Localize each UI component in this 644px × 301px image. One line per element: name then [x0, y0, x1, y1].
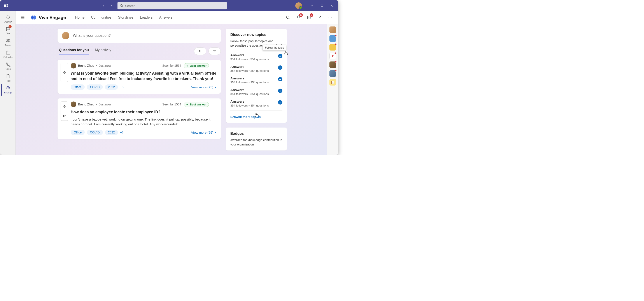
search-icon [120, 4, 123, 8]
tab-my-activity[interactable]: My activity [95, 48, 111, 54]
chat-badge: 1 [8, 25, 12, 28]
follow-topic-button[interactable]: + [278, 88, 282, 93]
topic-name[interactable]: Answers [230, 53, 269, 57]
header-more-button[interactable]: ⋯ [327, 14, 334, 21]
composer[interactable]: What is your question? [58, 29, 221, 43]
best-answer-badge: Best answer [184, 102, 209, 107]
seen-count: Seen by 1564 [162, 64, 181, 68]
rail-chat[interactable]: Chat 1 [1, 25, 15, 36]
rail-teams[interactable]: Teams [1, 36, 15, 48]
topic-meta: 354 followers • 354 questions [230, 58, 269, 61]
svg-point-3 [120, 4, 122, 6]
title-bar: ⋯ [0, 0, 338, 11]
contact-avatar[interactable] [330, 70, 336, 77]
topic-row: Answers354 followers • 354 questions+ [230, 86, 282, 98]
question-card: Bruno Zhao • Just now Seen by 1564 Best … [58, 60, 221, 94]
tag[interactable]: Office [71, 130, 85, 135]
teams-icon [5, 38, 11, 44]
rail-calendar[interactable]: Calendar [1, 48, 15, 60]
tag-more[interactable]: +3 [120, 85, 124, 89]
sort-button[interactable] [194, 48, 206, 55]
nav-leaders[interactable]: Leaders [140, 16, 153, 20]
timestamp: Just now [99, 64, 111, 68]
follow-topic-button[interactable]: + [278, 54, 282, 58]
topic-name[interactable]: Answers [230, 88, 269, 92]
rail-engage[interactable]: Engage [1, 84, 15, 96]
search-input[interactable] [118, 2, 227, 10]
topic-meta: 354 followers • 354 questions [230, 69, 269, 72]
upvote-button[interactable] [60, 63, 68, 82]
svg-point-6 [8, 40, 10, 41]
contact-app[interactable] [330, 35, 336, 42]
author-name[interactable]: Bruno Zhao [78, 64, 94, 68]
svg-point-5 [7, 40, 8, 41]
badges-panel: Badges Awarded for knowledge contributio… [226, 128, 287, 150]
contact-avatar[interactable] [330, 62, 336, 68]
rail-label: Calendar [4, 56, 13, 58]
nav-back-button[interactable] [101, 3, 106, 8]
maximize-button[interactable] [318, 2, 326, 9]
profile-avatar[interactable] [295, 2, 302, 9]
header-search-button[interactable] [285, 14, 292, 21]
contact-app[interactable] [330, 44, 336, 50]
author-avatar [71, 102, 76, 107]
topic-name[interactable]: Answers [230, 65, 269, 69]
inbox-badge: 5 [310, 13, 313, 17]
topic-row: Answers354 followers • 354 questions+ [230, 74, 282, 86]
card-menu-icon[interactable]: ⋮ [212, 102, 217, 107]
header-notifications-button[interactable]: 12 [295, 14, 302, 21]
contact-avatar[interactable] [330, 26, 336, 33]
topic-name[interactable]: Answers [230, 76, 269, 80]
card-menu-icon[interactable]: ⋮ [212, 63, 217, 68]
rail-label: Files [6, 80, 10, 82]
svg-rect-4 [321, 5, 323, 6]
nav-storylines[interactable]: Storylines [118, 16, 134, 20]
rail-calls[interactable]: Calls [1, 60, 15, 72]
view-more-link[interactable]: View more (25) [191, 130, 217, 134]
header-inbox-button[interactable]: 5 [306, 14, 312, 21]
contact-app[interactable]: 📋 [330, 79, 336, 86]
browse-topics-link[interactable]: Browse more topics [230, 115, 261, 118]
discover-topics-panel: Follow the topic Discover new topics Fol… [226, 29, 287, 123]
header-analytics-button[interactable] [316, 14, 323, 21]
tag[interactable]: 2022 [105, 84, 118, 90]
follow-topic-button[interactable]: + [278, 77, 282, 82]
phone-icon [5, 62, 11, 67]
rail-activity[interactable]: Activity [1, 13, 15, 25]
tab-questions-for-you[interactable]: Questions for you [59, 48, 89, 54]
close-button[interactable] [328, 2, 336, 9]
upvote-button[interactable] [60, 102, 68, 111]
rail-label: Activity [4, 20, 12, 23]
rail-more[interactable]: ⋯ [1, 96, 15, 105]
follow-topic-button[interactable]: + [278, 100, 282, 104]
nav-home[interactable]: Home [75, 16, 85, 20]
author-name[interactable]: Bruno Zhao [78, 102, 94, 106]
tag[interactable]: 2022 [105, 130, 118, 135]
follow-topic-button[interactable]: + [278, 66, 282, 70]
topic-meta: 354 followers • 354 questions [230, 104, 269, 107]
tag-more[interactable]: +3 [120, 130, 124, 134]
topic-name[interactable]: Answers [230, 100, 269, 104]
hamburger-icon[interactable] [20, 15, 25, 20]
engage-icon [5, 85, 11, 91]
more-icon[interactable]: ⋯ [288, 3, 292, 8]
rail-label: Chat [6, 32, 10, 35]
tag[interactable]: Office [71, 84, 85, 90]
app-header: Viva Engage Home Communities Storylines … [16, 11, 338, 24]
filter-button[interactable] [208, 48, 221, 55]
rail-label: Calls [6, 68, 10, 70]
tag[interactable]: COVID [87, 130, 102, 135]
view-more-link[interactable]: View more (25) [191, 85, 217, 89]
question-description: I don't have a badge yet; working on get… [71, 117, 217, 127]
nav-forward-button[interactable] [108, 3, 114, 8]
question-title[interactable]: How does an employee locate their employ… [71, 110, 217, 115]
minimize-button[interactable] [308, 2, 316, 9]
question-title[interactable]: What is your favorite team building acti… [71, 71, 217, 82]
tag[interactable]: COVID [87, 84, 102, 90]
composer-avatar [62, 32, 69, 40]
rail-files[interactable]: Files [1, 72, 15, 84]
nav-answers[interactable]: Answers [159, 16, 172, 20]
nav-communities[interactable]: Communities [91, 16, 111, 20]
bell-icon [5, 14, 11, 20]
contact-app[interactable]: ♥ [330, 53, 336, 59]
